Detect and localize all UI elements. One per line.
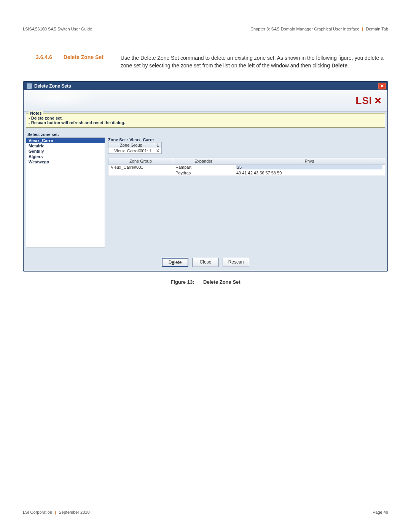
col-zone-group: Zone Group xyxy=(108,142,154,148)
col-num: 1 xyxy=(154,142,162,148)
page-footer: LSI Corporation | September 2010 Page 49 xyxy=(23,510,388,514)
figure-caption: Figure 13: Delete Zone Set xyxy=(23,279,388,285)
notes-line: - Rescan button will refresh and reset t… xyxy=(29,120,382,125)
cell-phys: 40 41 42 43 56 57 58 59 xyxy=(234,170,385,176)
col-expander: Expander xyxy=(173,158,234,164)
zone-set-item[interactable]: Westwego xyxy=(26,159,105,165)
notes-legend: Notes xyxy=(29,111,43,115)
section-number: 3.6.4.6 xyxy=(36,54,52,70)
zone-set-list[interactable]: Vieux_Carre Metairie Gentilly Algiers We… xyxy=(26,137,105,248)
col-zone-group: Zone Group xyxy=(108,158,173,164)
select-zone-set-label: Select zone set: xyxy=(27,132,385,137)
cell-expander: Poydras xyxy=(173,170,234,176)
delete-button[interactable]: Delete xyxy=(162,258,188,267)
section-title: Delete Zone Set xyxy=(64,54,109,70)
zone-group-small-table: Zone Group 1 Vieux_Carre#001: 1 X xyxy=(108,142,162,154)
header-tab: Domain Tab xyxy=(366,27,389,31)
separator-icon: | xyxy=(362,27,363,31)
lsi-mark-icon xyxy=(374,96,382,105)
lsi-logo: LSI xyxy=(356,95,382,107)
rescan-button[interactable]: Rescan xyxy=(223,258,249,267)
zone-set-item[interactable]: Algiers xyxy=(26,154,105,159)
app-icon xyxy=(27,83,32,89)
cell-expander: Rampart xyxy=(173,164,234,170)
page-header: LSISAS6160 SAS Switch User Guide Chapter… xyxy=(23,27,388,31)
lsi-logo-text: LSI xyxy=(356,95,372,107)
footer-right: Page 49 xyxy=(373,510,388,514)
notes-line: - Delete zone set. xyxy=(29,116,382,120)
header-right: Chapter 3: SAS Domain Manager Graphical … xyxy=(250,27,388,31)
logo-banner: LSI xyxy=(24,90,387,112)
zone-set-item[interactable]: Gentilly xyxy=(26,149,105,154)
close-button[interactable]: Close xyxy=(192,258,219,267)
dialog-window: Delete Zone Sets ✕ LSI Notes - Delete zo… xyxy=(23,81,388,272)
cell-phys: 25 xyxy=(234,164,385,170)
figure-title: Delete Zone Set xyxy=(203,279,241,285)
col-phys: Phys xyxy=(234,158,385,164)
table-row: Vieux_Carre#001 Rampart 25 xyxy=(108,164,385,170)
zone-set-title: Zone Set : Vieux_Carre xyxy=(108,137,385,142)
section-body-post: . xyxy=(347,62,349,69)
button-bar: Delete Close Rescan xyxy=(26,258,385,267)
window-title: Delete Zone Sets xyxy=(34,83,71,89)
footer-left: LSI Corporation | September 2010 xyxy=(23,510,90,514)
separator-icon: | xyxy=(55,510,56,514)
zone-group-detail-table: Zone Group Expander Phys Vieux_Carre#001… xyxy=(108,158,385,176)
cell-zone-group: Vieux_Carre#001 xyxy=(108,164,173,176)
zone-set-detail: Zone Set : Vieux_Carre Zone Group 1 Vieu… xyxy=(108,137,385,248)
section-body-bold: Delete xyxy=(331,62,347,69)
zone-set-item[interactable]: Vieux_Carre xyxy=(26,138,105,143)
zone-group-name: Vieux_Carre#001: 1 xyxy=(108,148,154,153)
header-chapter: Chapter 3: SAS Domain Manager Graphical … xyxy=(250,27,359,31)
section-body: Use the Delete Zone Set command to delet… xyxy=(121,54,388,70)
header-left: LSISAS6160 SAS Switch User Guide xyxy=(23,27,92,31)
section-heading: 3.6.4.6 Delete Zone Set Use the Delete Z… xyxy=(36,54,388,70)
notes-panel: Notes - Delete zone set. - Rescan button… xyxy=(26,113,385,128)
titlebar: Delete Zone Sets ✕ xyxy=(24,82,387,90)
zone-group-x: X xyxy=(154,148,162,153)
zone-set-item[interactable]: Metairie xyxy=(26,143,105,149)
close-icon[interactable]: ✕ xyxy=(378,83,386,89)
figure-number: Figure 13: xyxy=(170,279,194,285)
